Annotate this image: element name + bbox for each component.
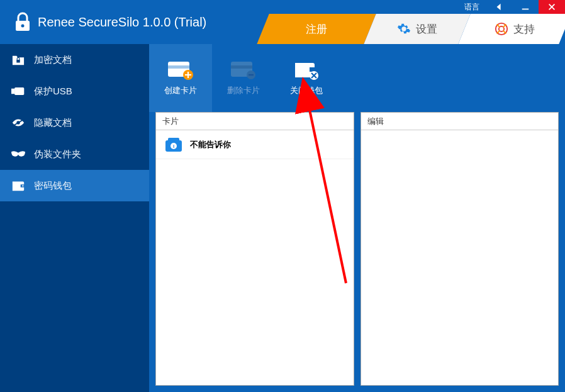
edit-body [361,130,559,385]
sidebar-label: 隐藏文档 [34,117,72,129]
content-area: 卡片 i 不能告诉你 编辑 [149,112,565,392]
body: 加密文档 保护USB 隐藏文档 伪装文件夹 [0,44,565,392]
toolbar-label: 关闭钱包 [290,85,323,96]
svg-rect-12 [168,65,189,69]
lifebuoy-icon [495,22,508,36]
svg-rect-0 [522,9,529,10]
tab-register-label: 注册 [306,22,327,36]
system-bar: 语言 [458,0,565,14]
tab-register[interactable]: 注册 [263,14,370,44]
sidebar: 加密文档 保护USB 隐藏文档 伪装文件夹 [0,44,149,392]
eye-off-icon [11,116,25,130]
wallet-icon [11,179,25,193]
tab-settings[interactable]: 设置 [370,14,464,44]
triangle-left-icon [495,3,503,11]
folder-lock-icon [11,53,25,67]
edit-pane: 编辑 [361,112,559,386]
minimize-icon [521,3,530,11]
title-area: Renee SecureSilo 1.0.0 (Trial) [0,12,271,32]
mask-icon [11,147,25,161]
tab-settings-label: 设置 [416,22,437,36]
usb-icon [11,84,25,98]
close-icon [547,3,556,11]
card-item-name: 不能告诉你 [190,139,231,150]
svg-point-10 [22,185,23,186]
toolbar: 创建卡片 删除卡片 关闭钱包 [149,44,565,112]
card-item[interactable]: i 不能告诉你 [156,130,354,159]
toolbar-label: 创建卡片 [164,85,197,96]
app-title: Renee SecureSilo 1.0.0 (Trial) [38,15,206,30]
cards-list: i 不能告诉你 [156,130,354,385]
cards-pane-header: 卡片 [156,113,354,130]
svg-rect-17 [310,67,316,72]
language-button[interactable]: 语言 [458,0,486,14]
sidebar-item-disguise[interactable]: 伪装文件夹 [0,138,149,170]
toolbar-label: 删除卡片 [227,85,260,96]
svg-point-2 [21,25,25,28]
card-delete-icon [230,60,257,80]
svg-text:i: i [173,143,174,149]
toolbar-delete-card: 删除卡片 [212,44,275,112]
svg-rect-7 [14,87,24,95]
sidebar-item-encrypt[interactable]: 加密文档 [0,44,149,76]
sidebar-label: 伪装文件夹 [34,148,81,160]
tab-support[interactable]: 支持 [464,14,565,44]
close-button[interactable] [539,0,565,14]
cards-pane: 卡片 i 不能告诉你 [155,112,354,386]
card-add-icon [167,60,194,80]
sidebar-item-hide[interactable]: 隐藏文档 [0,107,149,138]
main-panel: 创建卡片 删除卡片 关闭钱包 卡片 [149,44,565,392]
edit-pane-header: 编辑 [361,113,559,130]
svg-rect-5 [16,60,20,63]
minimize-button[interactable] [512,0,539,14]
wallet-close-icon [293,60,320,80]
tab-support-label: 支持 [513,22,535,36]
svg-rect-6 [11,89,14,94]
sidebar-label: 加密文档 [34,54,72,66]
card-info-icon: i [165,137,182,152]
toolbar-close-wallet[interactable]: 关闭钱包 [275,44,338,112]
gear-icon [397,22,411,36]
sidebar-label: 密码钱包 [34,180,72,192]
sidebar-label: 保护USB [34,86,72,98]
sidebar-item-usb[interactable]: 保护USB [0,76,149,107]
lock-icon [14,12,31,32]
svg-rect-15 [231,65,252,69]
back-button[interactable] [486,0,512,14]
top-tabs: 注册 设置 支持 [276,14,565,44]
toolbar-create-card[interactable]: 创建卡片 [149,44,212,112]
sidebar-item-wallet[interactable]: 密码钱包 [0,170,149,201]
app-window: 语言 Renee SecureSilo 1.0.0 (Trial) 注册 [0,0,565,392]
